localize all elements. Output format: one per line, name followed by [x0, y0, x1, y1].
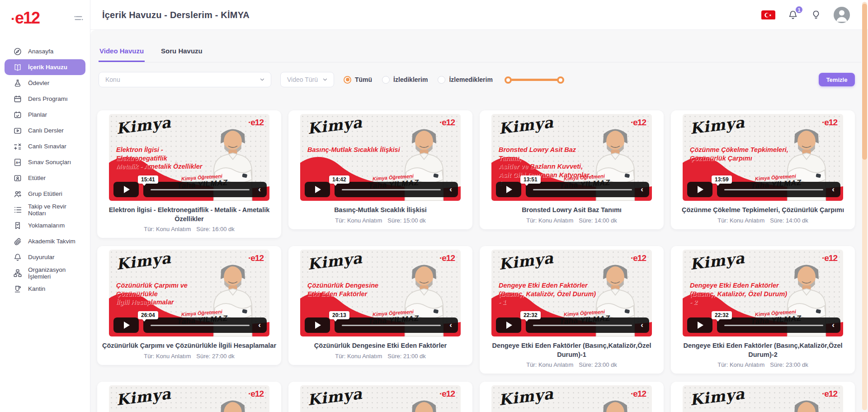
- sidebar-item-planlar[interactable]: Planlar: [5, 107, 85, 123]
- sidebar-item-anasayfa[interactable]: Anasayfa: [5, 43, 85, 59]
- video-card[interactable]: Kimya ·e12 Çözünürlük Çarpımı ve Çözünür…: [97, 246, 281, 365]
- lightbulb-icon[interactable]: [811, 9, 821, 20]
- konu-select[interactable]: Konu: [99, 72, 271, 87]
- sidebar-item-etütler[interactable]: Etütler: [5, 170, 85, 186]
- sidebar-item-ders-programı[interactable]: Ders Programı: [5, 91, 85, 107]
- video-card[interactable]: Kimya ·e12 Elektron İlgisi - Elektronega…: [97, 110, 281, 238]
- video-card[interactable]: Kimya ·e12 Dengeye Etki Eden Faktörler(B…: [480, 246, 664, 374]
- video-thumbnail[interactable]: Kimya ·e12 Kimya Öğretmeni Taha YILMAZ: [683, 385, 843, 412]
- content-area: Video Havuzu Soru Havuzu Konu Video Türü…: [90, 30, 868, 412]
- video-thumbnail[interactable]: Kimya ·e12 Bronsted Lowry Asit Baz Tanım…: [491, 114, 652, 201]
- play-button[interactable]: [496, 317, 521, 333]
- video-thumbnail[interactable]: Kimya ·e12 Kimya Öğretmeni Taha YILMAZ: [109, 385, 269, 412]
- duration-chip: 13:59: [712, 175, 732, 184]
- video-progress-bar[interactable]: ‹: [143, 182, 267, 197]
- sidebar-item-i-çerik-havuzu[interactable]: İçerik Havuzu: [5, 59, 85, 75]
- video-progress-bar[interactable]: ‹: [526, 317, 649, 333]
- video-meta: Tür: Konu AnlatımSüre: 14:00 dk: [675, 217, 851, 224]
- video-progress-bar[interactable]: ‹: [526, 182, 649, 197]
- video-progress-bar[interactable]: ‹: [335, 317, 458, 333]
- slider-handle-max[interactable]: [557, 76, 564, 84]
- teacher-photo: [581, 393, 649, 412]
- video-thumbnail[interactable]: Kimya ·e12 Kimya Öğretmeni Taha YILMAZ: [300, 385, 461, 412]
- notifications-button[interactable]: 1: [788, 9, 798, 20]
- video-duration-label: Süre: 23:00 dk: [579, 361, 617, 368]
- video-card[interactable]: Kimya ·e12 Çözünürlük DengesineEtki Eden…: [288, 246, 472, 365]
- video-card[interactable]: Kimya ·e12 Kimya Öğretmeni Taha YILMAZ: [671, 382, 855, 412]
- scrollbar-thumb[interactable]: [862, 4, 867, 160]
- chevron-down-icon: [322, 76, 328, 83]
- sidebar-item-kantin[interactable]: Kantin: [5, 281, 85, 297]
- logo-text: e12: [15, 9, 39, 28]
- play-button[interactable]: [305, 182, 330, 197]
- user-avatar[interactable]: [834, 7, 850, 23]
- clear-filters-button[interactable]: Temizle: [819, 73, 855, 86]
- play-button[interactable]: [496, 182, 521, 197]
- person-frame-icon: [13, 174, 22, 183]
- sidebar-item-label: Ders Programı: [28, 95, 68, 102]
- sidebar-item-canlı-dersler[interactable]: Canlı Dersler: [5, 123, 85, 138]
- sidebar-item-canlı-sınavlar[interactable]: Canlı Sınavlar: [5, 138, 85, 154]
- sidebar-item-label: Yoklamalarım: [28, 222, 65, 229]
- video-card[interactable]: Kimya ·e12 Kimya Öğretmeni Taha YILMAZ: [97, 382, 281, 412]
- play-button[interactable]: [687, 182, 712, 197]
- radio-button-icon: [382, 76, 390, 84]
- video-card[interactable]: Kimya ·e12 Dengeye Etki Eden Faktörler(B…: [671, 246, 855, 374]
- sidebar-item-label: Etütler: [28, 175, 46, 181]
- video-card[interactable]: Kimya ·e12 Kimya Öğretmeni Taha YILMAZ: [288, 382, 472, 412]
- video-thumbnail[interactable]: Kimya ·e12 Çözünme Çökelme Tepkimeleri,Ç…: [683, 114, 843, 201]
- sidebar-toggle-icon[interactable]: [73, 12, 85, 24]
- video-type: Tür: Konu Anlatım: [335, 217, 382, 224]
- video-card[interactable]: Kimya ·e12 Kimya Öğretmeni Taha YILMAZ: [480, 382, 664, 412]
- page-scrollbar[interactable]: [862, 2, 867, 410]
- turkish-flag-icon[interactable]: [761, 10, 775, 20]
- slider-handle-min[interactable]: [505, 76, 512, 84]
- video-play-icon: [13, 126, 22, 135]
- play-icon: [315, 186, 321, 193]
- video-card[interactable]: Kimya ·e12 Bronsted Lowry Asit Baz Tanım…: [480, 110, 664, 229]
- video-progress-bar[interactable]: ‹: [717, 317, 840, 333]
- radio-tumu[interactable]: Tümü: [344, 76, 372, 84]
- video-thumbnail[interactable]: Kimya ·e12 Dengeye Etki Eden Faktörler(B…: [683, 250, 843, 336]
- play-button[interactable]: [113, 182, 139, 197]
- tab-video-havuzu[interactable]: Video Havuzu: [99, 47, 145, 62]
- play-button[interactable]: [687, 317, 712, 333]
- sidebar-item-grup-etütleri[interactable]: Grup Etütleri: [5, 186, 85, 202]
- video-progress-bar[interactable]: ‹: [335, 182, 458, 197]
- video-thumbnail[interactable]: Kimya ·e12 Elektron İlgisi - Elektronega…: [109, 114, 269, 201]
- video-duration-label: Süre: 27:00 dk: [196, 353, 235, 360]
- sidebar-item-yoklamalarım[interactable]: Yoklamalarım: [5, 218, 85, 233]
- video-thumbnail[interactable]: Kimya ·e12 Basınç-Mutlak Sıcaklık İlişki…: [300, 114, 461, 201]
- video-title: Dengeye Etki Eden Faktörler (Basınç,Kata…: [484, 341, 659, 359]
- duration-range-slider[interactable]: [505, 72, 564, 87]
- video-duration-label: Süre: 23:00 dk: [770, 361, 808, 368]
- sidebar-item-duyurular[interactable]: Duyurular: [5, 249, 85, 265]
- video-thumbnail[interactable]: Kimya ·e12 Kimya Öğretmeni Taha YILMAZ: [491, 385, 652, 412]
- video-thumbnail[interactable]: Kimya ·e12 Çözünürlük DengesineEtki Eden…: [300, 250, 461, 336]
- video-thumbnail[interactable]: Kimya ·e12 Dengeye Etki Eden Faktörler(B…: [491, 250, 652, 336]
- radio-izlemediklerim[interactable]: İzlemediklerim: [438, 76, 493, 84]
- sidebar-item-label: Kantin: [28, 285, 45, 292]
- radio-izlediklerim[interactable]: İzlediklerim: [382, 76, 428, 84]
- play-button[interactable]: [305, 317, 330, 333]
- filter-bar: Konu Video Türü Tümü İzlediklerim İzleme…: [99, 72, 855, 87]
- video-meta: Tür: Konu AnlatımSüre: 16:00 dk: [101, 226, 278, 232]
- video-title: Çözünürlük Çarpımı ve Çözünürlükle İlgil…: [102, 341, 277, 350]
- video-progress-bar[interactable]: ‹: [717, 182, 840, 197]
- sidebar-item-sınav-sonuçları[interactable]: A+Sınav Sonuçları: [5, 154, 85, 170]
- video-duration-label: Süre: 15:00 dk: [387, 217, 426, 224]
- e12-logo: ·e12: [11, 9, 39, 28]
- slider-track[interactable]: [508, 79, 561, 81]
- progress-track: [151, 189, 250, 190]
- video-card[interactable]: Kimya ·e12 Çözünme Çökelme Tepkimeleri,Ç…: [671, 110, 855, 229]
- sidebar-item-takip-ve-revir-notları[interactable]: Takip ve Revir Notları: [5, 202, 85, 218]
- sidebar-item-ödevler[interactable]: Ödevler: [5, 75, 85, 91]
- play-button[interactable]: [113, 317, 139, 333]
- video-thumbnail[interactable]: Kimya ·e12 Çözünürlük Çarpımı ve Çözünür…: [109, 250, 269, 336]
- tab-soru-havuzu[interactable]: Soru Havuzu: [160, 47, 203, 62]
- video-card[interactable]: Kimya ·e12 Basınç-Mutlak Sıcaklık İlişki…: [288, 110, 472, 229]
- sidebar-item-akademik-takvim[interactable]: Akademik Takvim: [5, 233, 85, 249]
- sidebar-item-organizasyon-i-şlemleri[interactable]: Organizasyon İşlemleri: [5, 265, 85, 281]
- video-turu-select[interactable]: Video Türü: [280, 72, 334, 87]
- video-progress-bar[interactable]: ‹: [143, 317, 267, 333]
